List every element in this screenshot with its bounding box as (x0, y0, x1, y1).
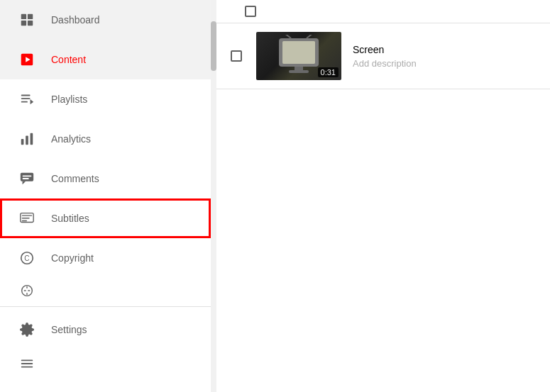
sidebar-item-label-comments: Comments (51, 173, 99, 184)
sidebar: Dashboard Content Playlist (0, 0, 216, 392)
earn-icon (17, 281, 37, 301)
video-duration: 0:31 (318, 67, 339, 77)
sidebar-item-label-copyright: Copyright (51, 252, 94, 264)
svg-rect-12 (31, 133, 33, 145)
sidebar-item-label-playlists: Playlists (51, 94, 87, 105)
settings-icon (17, 320, 37, 340)
svg-rect-0 (21, 14, 26, 19)
svg-rect-26 (21, 366, 33, 368)
sidebar-item-comments[interactable]: Comments (0, 159, 211, 198)
sidebar-item-label-subtitles: Subtitles (51, 213, 89, 224)
video-info: Screen Add description (353, 44, 539, 69)
svg-rect-13 (21, 173, 33, 181)
scrollbar-thumb[interactable] (211, 21, 216, 71)
comments-icon (17, 169, 37, 189)
video-checkbox-wrap (228, 50, 245, 62)
sidebar-item-more[interactable] (0, 349, 211, 378)
video-description: Add description (353, 58, 539, 69)
sidebar-divider (0, 306, 211, 307)
svg-rect-8 (21, 101, 28, 103)
sidebar-item-analytics[interactable]: Analytics (0, 119, 211, 159)
sidebar-item-earn[interactable] (0, 278, 211, 303)
svg-rect-7 (21, 98, 31, 99)
sidebar-item-label-analytics: Analytics (51, 133, 91, 145)
svg-rect-18 (22, 215, 33, 215)
svg-marker-14 (23, 181, 26, 185)
subtitles-icon (17, 208, 37, 228)
more-icon (17, 354, 37, 374)
svg-rect-32 (295, 67, 303, 70)
top-row (216, 0, 550, 23)
video-thumbnail[interactable]: 0:31 (256, 32, 341, 80)
svg-text:C: C (24, 254, 29, 262)
sidebar-item-label-content: Content (51, 54, 86, 65)
svg-rect-10 (21, 139, 24, 145)
sidebar-item-subtitles[interactable]: Subtitles (0, 198, 211, 238)
sidebar-item-label-settings: Settings (51, 324, 87, 335)
scrollbar-track[interactable] (211, 0, 216, 392)
svg-rect-3 (28, 21, 33, 26)
video-title: Screen (353, 44, 539, 55)
tv-illustration (273, 35, 324, 77)
video-checkbox[interactable] (231, 50, 242, 62)
svg-rect-33 (289, 70, 309, 73)
sidebar-item-content[interactable]: Content (0, 40, 211, 79)
svg-line-31 (307, 35, 314, 38)
video-row: 0:31 Screen Add description (216, 23, 550, 89)
svg-line-30 (284, 35, 291, 38)
dashboard-icon (17, 10, 37, 30)
playlists-icon (17, 89, 37, 109)
svg-rect-20 (22, 220, 27, 221)
svg-rect-6 (21, 95, 31, 96)
svg-rect-19 (22, 218, 30, 218)
sidebar-inner: Dashboard Content Playlist (0, 0, 211, 392)
svg-rect-1 (28, 14, 33, 19)
sidebar-item-copyright[interactable]: C Copyright (0, 238, 211, 278)
analytics-icon (17, 129, 37, 149)
sidebar-item-dashboard[interactable]: Dashboard (0, 0, 211, 40)
svg-rect-29 (282, 41, 315, 64)
copyright-icon: C (17, 248, 37, 268)
svg-rect-24 (21, 363, 33, 364)
svg-marker-9 (31, 99, 34, 104)
svg-rect-25 (21, 360, 33, 362)
svg-rect-16 (23, 178, 29, 179)
sidebar-item-label-dashboard: Dashboard (51, 14, 100, 26)
svg-rect-15 (23, 175, 32, 177)
content-icon (17, 50, 37, 69)
select-all-checkbox[interactable] (245, 6, 256, 17)
sidebar-item-settings[interactable]: Settings (0, 310, 211, 349)
svg-rect-2 (21, 21, 26, 26)
svg-rect-11 (26, 135, 28, 145)
sidebar-item-playlists[interactable]: Playlists (0, 79, 211, 119)
main-content: 0:31 Screen Add description (216, 0, 550, 392)
